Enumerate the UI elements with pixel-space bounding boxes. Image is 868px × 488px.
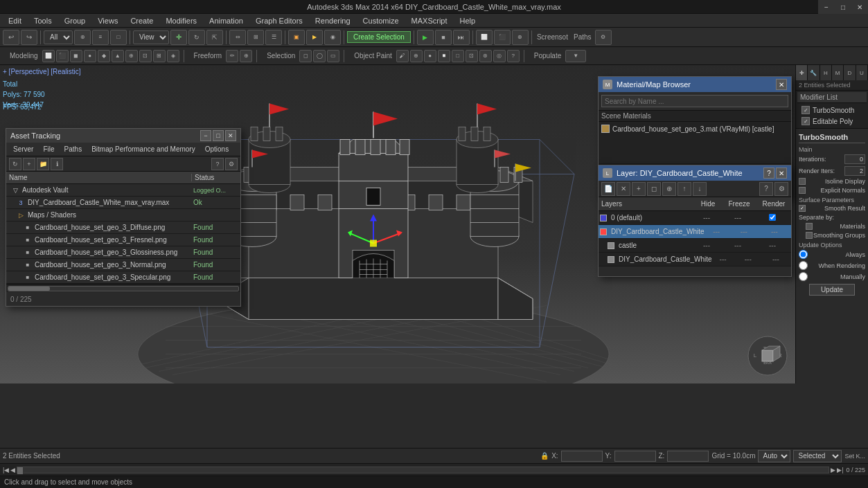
y-coord-input[interactable] [614, 451, 656, 462]
render-frame-button[interactable]: ⬜ [476, 30, 493, 45]
menu-create[interactable]: Create [125, 15, 159, 26]
modeling-btn10[interactable]: ◈ [167, 50, 179, 62]
z-coord-input[interactable] [667, 451, 709, 462]
modeling-btn1[interactable]: ⬜ [42, 50, 55, 62]
modeling-btn3[interactable]: ◼ [70, 50, 82, 62]
frame-next-btn[interactable]: ▶ [831, 467, 835, 473]
at-scrolltrack[interactable] [8, 286, 239, 291]
ld-row-default[interactable]: 0 (default) --- --- [599, 211, 791, 225]
modifier-check[interactable]: ✓ [801, 106, 810, 114]
paint-btn7[interactable]: ⊛ [479, 50, 492, 62]
menu-animation[interactable]: Animation [204, 15, 249, 26]
at-close-btn[interactable]: ✕ [225, 130, 236, 141]
ld-select-btn[interactable]: ◻ [647, 182, 661, 196]
ld-merge-btn[interactable]: ⊕ [662, 182, 676, 196]
ts-smooth-checkbox[interactable] [799, 205, 806, 212]
rpanel-tab-modify[interactable]: 🔧 [808, 65, 820, 80]
ts-always-row[interactable]: Always [799, 250, 865, 259]
ld-row-diy[interactable]: DIY_Cardboard_Castle_White --- --- --- [599, 225, 791, 239]
at-item-vault[interactable]: ▽ Autodesk Vault Logged O... [6, 184, 240, 197]
timeline-playhead[interactable] [17, 467, 23, 474]
ts-explicit-checkbox[interactable] [799, 187, 806, 194]
modeling-btn7[interactable]: ⊕ [125, 50, 138, 62]
material-editor-button[interactable]: ◉ [324, 30, 341, 45]
ts-isoline-checkbox[interactable] [799, 178, 806, 185]
viewport-gizmo[interactable]: Top Bot L R [747, 335, 788, 377]
ts-smooth-row[interactable]: Smooth Result [799, 205, 865, 212]
frame-prev-btn[interactable]: ◀ [10, 467, 15, 473]
rotate-button[interactable]: ↻ [188, 30, 205, 45]
modifier-turbosmooth[interactable]: ✓ TurboSmooth [797, 105, 867, 116]
stop-button[interactable]: ■ [435, 30, 452, 45]
at-menu-server[interactable]: Server [9, 144, 37, 154]
auto-dropdown[interactable]: Auto [758, 450, 790, 462]
ld-move-up-btn[interactable]: ↑ [677, 182, 691, 196]
ld-delete-btn[interactable]: ✕ [617, 182, 630, 196]
select-object-button[interactable]: ⊕ [74, 30, 91, 45]
paint-btn1[interactable]: 🖌 [396, 50, 409, 62]
paint-btn2[interactable]: ⊕ [410, 50, 423, 62]
menu-group[interactable]: Group [59, 15, 91, 26]
paint-btn8[interactable]: ◎ [493, 50, 506, 62]
frame-fwd-btn[interactable]: ▶| [837, 467, 843, 473]
at-item-fresnel[interactable]: ■ Cardboard_house_set_geo_3_Fresnel.png … [6, 234, 240, 246]
freeform-btn1[interactable]: ✏ [226, 50, 238, 62]
at-item-maxfile[interactable]: 3 DIY_Cardboard_Castle_White_max_vray.ma… [6, 197, 240, 209]
maximize-button[interactable]: □ [835, 0, 851, 14]
at-item-glossiness[interactable]: ■ Cardboard_house_set_geo_3_Glossiness.p… [6, 246, 240, 259]
ts-materials-checkbox[interactable] [806, 223, 813, 230]
ts-isoline-row[interactable]: Isoline Display [799, 178, 865, 185]
close-button[interactable]: ✕ [851, 0, 868, 14]
ts-render-iters-input[interactable] [844, 166, 865, 176]
menu-graph-editors[interactable]: Graph Editors [250, 15, 308, 26]
modeling-btn4[interactable]: ● [84, 50, 96, 62]
ts-when-rendering-row[interactable]: When Rendering [799, 261, 865, 270]
at-item-normal[interactable]: ■ Cardboard_house_set_geo_3_Normal.png F… [6, 259, 240, 271]
modifier-editablepoly[interactable]: ✓ Editable Poly [797, 116, 867, 127]
ld-settings-btn[interactable]: ⚙ [774, 182, 788, 196]
menu-customize[interactable]: Customize [357, 15, 405, 26]
modeling-btn8[interactable]: ⊡ [139, 50, 152, 62]
menu-rendering[interactable]: Rendering [310, 15, 356, 26]
menu-views[interactable]: Views [92, 15, 123, 26]
at-item-diffuse[interactable]: ■ Cardboard_house_set_geo_3_Diffuse.png … [6, 222, 240, 234]
modeling-btn9[interactable]: ⊞ [153, 50, 166, 62]
rpanel-tab-utilities[interactable]: U [856, 65, 868, 80]
select-all-dropdown[interactable]: All [44, 30, 73, 44]
menu-edit[interactable]: Edit [3, 15, 27, 26]
ld-close-btn[interactable]: ✕ [776, 168, 787, 179]
ts-materials-row[interactable]: Materials [799, 223, 865, 230]
at-item-specular[interactable]: ■ Cardboard_house_set_geo_3_Specular.png… [6, 271, 240, 284]
at-info-btn[interactable]: ℹ [51, 158, 63, 170]
at-minimize-btn[interactable]: − [200, 130, 211, 141]
render-setup-button[interactable]: ▣ [288, 30, 305, 45]
render-region-button[interactable]: ⬛ [494, 30, 511, 45]
redo-button[interactable]: ↪ [21, 30, 37, 45]
mb-item-cardboard[interactable]: Cardboard_house_set_geo_3.mat (VRayMtl) … [599, 122, 791, 136]
paint-btn6[interactable]: ⊡ [466, 50, 478, 62]
mirror-button[interactable]: ⇔ [229, 30, 246, 45]
ld-help-toolbar-btn[interactable]: ? [759, 182, 773, 196]
mb-search-input[interactable] [601, 95, 788, 107]
next-frame-button[interactable]: ⏭ [453, 30, 470, 45]
at-menu-options[interactable]: Options [201, 144, 233, 154]
rpanel-tab-create[interactable]: ✛ [796, 65, 808, 80]
menu-maxscript[interactable]: MAXScript [406, 15, 453, 26]
menu-tools[interactable]: Tools [28, 15, 57, 26]
paint-btn5[interactable]: □ [452, 50, 464, 62]
at-add-btn[interactable]: + [23, 158, 35, 170]
ts-smoothing-row[interactable]: Smoothing Groups [799, 232, 865, 239]
selection-btn1[interactable]: ◻ [299, 50, 312, 62]
ts-manually-row[interactable]: Manually [799, 272, 865, 281]
scale-button[interactable]: ⇱ [206, 30, 223, 45]
ts-iterations-input[interactable] [844, 154, 865, 164]
ts-update-button[interactable]: Update [809, 284, 855, 296]
view-dropdown[interactable]: View [133, 30, 169, 44]
layer-manager-button[interactable]: ☰ [265, 30, 282, 45]
align-button[interactable]: ⊞ [247, 30, 264, 45]
at-scrollthumb[interactable] [8, 287, 50, 291]
at-menu-paths[interactable]: Paths [60, 144, 87, 154]
rpanel-tab-hierarchy[interactable]: H [820, 65, 832, 80]
at-menu-file[interactable]: File [39, 144, 58, 154]
paint-btn4[interactable]: ◽ [438, 50, 450, 62]
